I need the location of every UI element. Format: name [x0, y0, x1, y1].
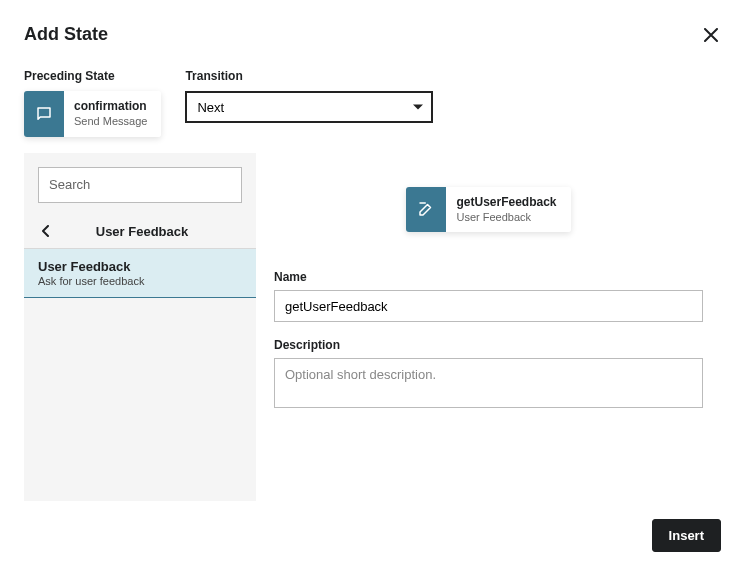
- preview-chip-subtitle: User Feedback: [456, 211, 556, 224]
- back-button[interactable]: [34, 219, 58, 243]
- chevron-left-icon: [42, 225, 50, 237]
- close-button[interactable]: [701, 25, 721, 45]
- list-item[interactable]: User Feedback Ask for user feedback: [24, 249, 256, 298]
- transition-input[interactable]: [185, 91, 433, 123]
- name-input[interactable]: [274, 290, 703, 322]
- description-input[interactable]: [274, 358, 703, 408]
- preview-state-chip: getUserFeedback User Feedback: [406, 187, 570, 233]
- description-label: Description: [274, 338, 703, 352]
- preview-chip-title: getUserFeedback: [456, 195, 556, 209]
- list-item-title: User Feedback: [38, 259, 242, 274]
- close-icon: [704, 28, 718, 42]
- transition-label: Transition: [185, 69, 433, 83]
- preceding-chip-title: confirmation: [74, 99, 147, 113]
- chat-icon: [24, 91, 64, 137]
- edit-icon: [406, 187, 446, 233]
- insert-button[interactable]: Insert: [652, 519, 721, 552]
- category-title: User Feedback: [62, 224, 222, 239]
- list-item-subtitle: Ask for user feedback: [38, 275, 242, 287]
- dialog-title: Add State: [24, 24, 108, 45]
- search-input[interactable]: [38, 167, 242, 203]
- preceding-chip-subtitle: Send Message: [74, 115, 147, 128]
- preceding-state-chip: confirmation Send Message: [24, 91, 161, 137]
- preceding-state-label: Preceding State: [24, 69, 161, 83]
- name-label: Name: [274, 270, 703, 284]
